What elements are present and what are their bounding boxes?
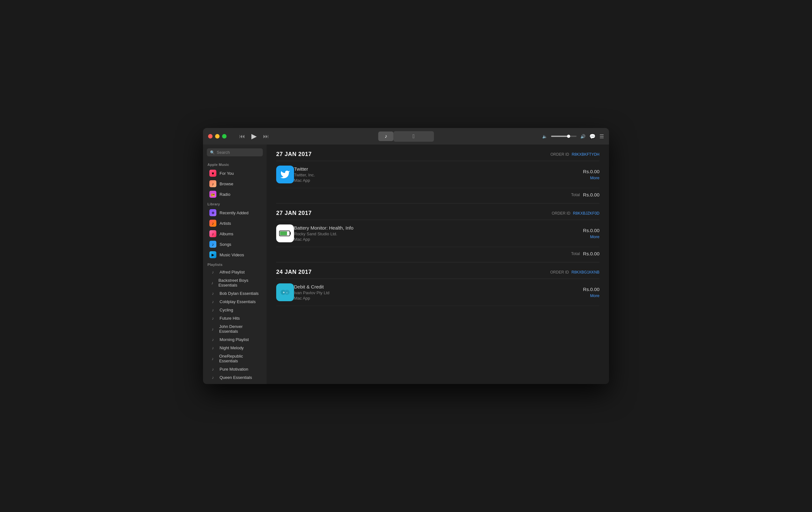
sidebar-item-browse[interactable]: ♪ Browse: [205, 179, 265, 189]
battery-platform: Mac App: [294, 237, 577, 242]
total-row-2: Total Rs.0.00: [276, 247, 600, 262]
bob-dylan-label: Bob Dylan Essentials: [220, 291, 259, 296]
battery-developer: Rocky Sand Studio Ltd.: [294, 232, 577, 236]
twitter-more-button[interactable]: More: [583, 176, 600, 180]
playlist-note-icon-7: ♪: [209, 327, 216, 331]
twitter-details: Twitter Twitter, Inc. Mac App: [294, 166, 577, 183]
list-view-icon[interactable]: ☰: [600, 133, 604, 139]
debit-price: Rs.0.00: [583, 287, 600, 292]
volume-knob[interactable]: [567, 135, 570, 138]
sidebar-item-radio[interactable]: 📻 Radio: [205, 189, 265, 199]
sidebar-item-queen-essentials[interactable]: ♪ Queen Essentials: [205, 374, 265, 381]
apple-music-section-label: Apple Music: [203, 160, 267, 168]
store-tab[interactable]: : [394, 131, 434, 142]
purchase-section-1: 27 JAN 2017 ORDER ID R8KXBKFTYDH Twitter: [276, 151, 600, 204]
traffic-lights: [208, 134, 227, 138]
sidebar-item-bob-dylan[interactable]: ♪ Bob Dylan Essentials: [205, 290, 265, 297]
battery-more-button[interactable]: More: [583, 234, 600, 239]
browse-icon: ♪: [209, 180, 216, 187]
twitter-name: Twitter: [294, 166, 577, 171]
order-id-value-3[interactable]: R8KXBG1KKNB: [572, 270, 600, 274]
alfred-playlist-label: Alfred Playlist: [220, 270, 245, 274]
sidebar-item-backstreet[interactable]: ♪ Backstreet Boys Essentials: [205, 276, 265, 289]
sidebar-item-artists[interactable]: ♪ Artists: [205, 218, 265, 228]
total-value-2: Rs.0.00: [583, 251, 600, 256]
john-denver-label: John Denver Essentials: [219, 324, 260, 334]
twitter-price: Rs.0.00: [583, 169, 600, 174]
total-label-2: Total: [571, 251, 580, 256]
pure-motivation-label: Pure Motivation: [220, 367, 248, 372]
sidebar-item-recently-added[interactable]: ⊕ Recently Added: [205, 208, 265, 218]
sidebar: 🔍 Search Apple Music ♥ For You ♪ Browse …: [203, 144, 267, 384]
content-area: 27 JAN 2017 ORDER ID R8KXBKFTYDH Twitter: [267, 144, 609, 384]
for-you-label: For You: [220, 171, 234, 176]
sidebar-item-cycling[interactable]: ♪ Cycling: [205, 306, 265, 314]
sidebar-item-alfred-playlist[interactable]: ♪ Alfred Playlist: [205, 268, 265, 276]
debit-developer: Ivan Pavlov Pty Ltd: [294, 290, 577, 295]
purchase-item-twitter: Twitter Twitter, Inc. Mac App Rs.0.00 Mo…: [276, 161, 600, 188]
sidebar-item-pure-motivation[interactable]: ♪ Pure Motivation: [205, 365, 265, 373]
titlebar-tabs: ♪ : [378, 131, 434, 142]
music-videos-icon: ▶: [209, 251, 216, 258]
twitter-developer: Twitter, Inc.: [294, 172, 577, 177]
svg-text:+: +: [283, 291, 285, 294]
purchase-date-row-1: 27 JAN 2017 ORDER ID R8KXBKFTYDH: [276, 151, 600, 161]
order-id-value-2[interactable]: R8KXBJZKF0D: [573, 211, 600, 216]
volume-low-icon: 🔈: [542, 134, 547, 139]
fast-forward-button[interactable]: ⏭: [263, 133, 269, 140]
order-id-label-3: ORDER ID: [550, 270, 569, 274]
future-hits-label: Future Hits: [220, 316, 240, 321]
sidebar-item-songs[interactable]: ♪ Songs: [205, 239, 265, 249]
sidebar-item-music-videos[interactable]: ▶ Music Videos: [205, 250, 265, 260]
search-icon: 🔍: [210, 150, 215, 155]
volume-high-icon: 🔊: [580, 134, 585, 139]
total-label-1: Total: [571, 192, 580, 197]
order-id-value-1[interactable]: R8KXBKFTYDH: [572, 152, 600, 157]
twitter-app-icon: [276, 166, 294, 183]
songs-icon: ♪: [209, 241, 216, 248]
artists-icon: ♪: [209, 220, 216, 227]
debit-price-col: Rs.0.00 More: [583, 287, 600, 298]
order-id-row-1: ORDER ID R8KXBKFTYDH: [550, 152, 600, 157]
purchase-section-3: 24 JAN 2017 ORDER ID R8KXBG1KKNB + -: [276, 269, 600, 306]
minimize-button[interactable]: [215, 134, 220, 138]
music-tab[interactable]: ♪: [378, 132, 394, 141]
search-bar[interactable]: 🔍 Search: [207, 149, 263, 156]
sidebar-item-for-you[interactable]: ♥ For You: [205, 168, 265, 178]
sidebar-item-morning-playlist[interactable]: ♪ Morning Playlist: [205, 335, 265, 344]
onerepublic-label: OneRepublic Essentials: [219, 354, 260, 363]
albums-label: Albums: [220, 232, 233, 236]
main-content: 🔍 Search Apple Music ♥ For You ♪ Browse …: [203, 144, 609, 384]
sidebar-item-albums[interactable]: ♪ Albums: [205, 228, 265, 239]
radio-icon: 📻: [209, 191, 216, 198]
music-note-icon: ♪: [385, 133, 387, 139]
playlist-note-icon-11: ♪: [209, 367, 216, 372]
order-id-row-2: ORDER ID R8KXBJZKF0D: [552, 211, 600, 216]
purchase-date-2: 27 JAN 2017: [276, 210, 312, 217]
sidebar-item-night-melody[interactable]: ♪ Night Melody: [205, 344, 265, 352]
close-button[interactable]: [208, 134, 212, 138]
sidebar-item-future-hits[interactable]: ♪ Future Hits: [205, 314, 265, 322]
albums-icon: ♪: [209, 230, 216, 237]
lyrics-icon[interactable]: 💬: [589, 133, 596, 139]
titlebar: ⏮ ▶ ⏭ ♪  🔈 🔊 💬 ☰: [203, 128, 609, 144]
battery-price: Rs.0.00: [583, 228, 600, 233]
playlist-note-icon-10: ♪: [209, 356, 216, 361]
playlist-note-icon-6: ♪: [209, 316, 216, 321]
sidebar-item-coldplay[interactable]: ♪ Coldplay Essentials: [205, 298, 265, 306]
play-button[interactable]: ▶: [251, 132, 257, 140]
artists-label: Artists: [220, 221, 231, 226]
debit-more-button[interactable]: More: [583, 293, 600, 298]
rewind-button[interactable]: ⏮: [239, 133, 245, 140]
sidebar-item-onerepublic[interactable]: ♪ OneRepublic Essentials: [205, 352, 265, 365]
recently-added-label: Recently Added: [220, 211, 249, 215]
purchase-section-2: 27 JAN 2017 ORDER ID R8KXBJZKF0D: [276, 210, 600, 262]
playlists-section-label: Playlists: [203, 260, 267, 268]
battery-price-col: Rs.0.00 More: [583, 228, 600, 239]
purchase-item-debit: + - Debit & Credit Ivan Pavlov Pty Ltd M…: [276, 279, 600, 306]
playlist-note-icon: ♪: [209, 270, 216, 274]
sidebar-item-john-denver[interactable]: ♪ John Denver Essentials: [205, 323, 265, 335]
maximize-button[interactable]: [222, 134, 227, 138]
volume-slider[interactable]: [551, 136, 577, 137]
recently-added-icon: ⊕: [209, 209, 216, 216]
